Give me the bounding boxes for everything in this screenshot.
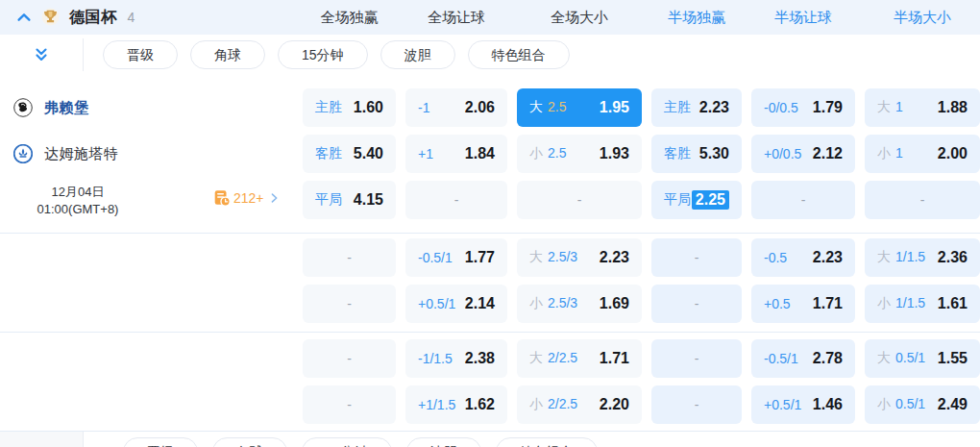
odds-cell[interactable]: 大11.88 xyxy=(865,88,980,127)
odds-value: 1.93 xyxy=(600,145,629,162)
odds-cell[interactable]: -12.06 xyxy=(405,88,507,127)
odds-value: 1.62 xyxy=(465,396,495,413)
odds-cell[interactable]: 大0.5/11.55 xyxy=(865,339,980,378)
odds-value: 5.40 xyxy=(354,145,383,162)
odds-value: 2.20 xyxy=(600,396,629,413)
odds-cell[interactable]: +0.51.71 xyxy=(751,285,855,323)
left-panel-spacer xyxy=(0,339,293,378)
odds-cell[interactable]: +0.5/12.14 xyxy=(405,285,507,323)
odds-cell[interactable]: 大2.5/32.23 xyxy=(517,238,642,277)
bet-label: +0.5 xyxy=(764,296,791,311)
left-panel-spacer xyxy=(0,135,293,173)
market-tab-2[interactable]: 全场让球 xyxy=(405,9,507,27)
odds-cell-empty: - xyxy=(865,181,980,219)
odds-cell[interactable]: +1/1.51.62 xyxy=(405,385,507,424)
odds-row: 主胜1.60-12.06大2.51.95主胜2.23-0/0.51.79大11.… xyxy=(0,88,980,127)
market-pill-5[interactable]: 特色组合 xyxy=(468,40,570,69)
odds-cell[interactable]: 小0.5/12.49 xyxy=(865,385,980,424)
market-pill-3[interactable]: 15分钟 xyxy=(302,437,392,447)
odds-value: 4.15 xyxy=(354,191,383,209)
odds-cell[interactable]: +0.5/11.46 xyxy=(751,385,855,424)
left-panel-spacer xyxy=(0,181,293,219)
market-tab-5[interactable]: 半场让球 xyxy=(751,9,855,27)
odds-value: 2.38 xyxy=(465,350,495,367)
odds-cell[interactable]: +11.84 xyxy=(405,135,507,173)
bet-label: 小2.5 xyxy=(529,145,566,162)
market-pill-4[interactable]: 波胆 xyxy=(406,437,481,447)
odds-cell[interactable]: 客胜5.30 xyxy=(651,135,742,173)
bet-label: 小1 xyxy=(877,145,903,162)
odds-cell[interactable]: 小12.00 xyxy=(865,135,980,173)
odds-value: 1.60 xyxy=(354,99,383,116)
odds-row: --1/1.52.38大2/2.51.71--0.5/12.78大0.5/11.… xyxy=(0,339,980,378)
odds-value: 2.06 xyxy=(465,99,495,116)
bet-label: 小2.5/3 xyxy=(529,295,577,312)
odds-cell[interactable]: 大2/2.51.71 xyxy=(517,339,642,378)
bet-label: 平局 xyxy=(664,191,691,209)
bet-label: 大1/1.5 xyxy=(877,249,925,266)
odds-row: --0.5/11.77大2.5/32.23--0.52.23大1/1.52.36 xyxy=(0,238,980,277)
odds-cell[interactable]: 大2.51.95 xyxy=(517,88,642,127)
odds-cell[interactable]: -0.52.23 xyxy=(751,238,855,277)
bet-label: +1/1.5 xyxy=(418,397,455,412)
odds-cell-empty: - xyxy=(651,339,742,378)
odds-value: 1.61 xyxy=(938,295,968,312)
odds-cell[interactable]: 小1/1.51.61 xyxy=(865,285,980,323)
bet-label: +0/0.5 xyxy=(764,146,801,161)
market-pill-1[interactable]: 晋级 xyxy=(103,40,178,69)
odds-cell[interactable]: 小2.51.93 xyxy=(517,135,642,173)
bet-label: -1/1.5 xyxy=(418,351,453,366)
bet-label: -0/0.5 xyxy=(764,100,798,115)
odds-value: 2.14 xyxy=(465,295,495,312)
bet-label: -0.5/1 xyxy=(764,351,798,366)
odds-value: 1.71 xyxy=(600,350,629,367)
odds-value: 2.23 xyxy=(699,99,729,116)
odds-value: 2.00 xyxy=(938,145,968,162)
market-pill-5[interactable]: 特色组合 xyxy=(496,437,598,447)
odds-cell[interactable]: -1/1.52.38 xyxy=(405,339,507,378)
odds-cell[interactable]: +0/0.52.12 xyxy=(751,135,855,173)
odds-cell[interactable]: 小2/2.52.20 xyxy=(517,385,642,424)
odds-cell-empty: - xyxy=(651,385,742,424)
left-panel-spacer xyxy=(0,385,293,424)
left-panel-spacer xyxy=(0,285,293,323)
odds-cell[interactable]: 客胜5.40 xyxy=(303,135,396,173)
market-pill-2[interactable]: 角球 xyxy=(212,437,287,447)
bet-label: -1 xyxy=(418,100,429,115)
collapse-chevron-icon[interactable] xyxy=(15,10,33,25)
odds-value: 1.77 xyxy=(465,249,495,266)
odds-cell[interactable]: 平局2.25 xyxy=(651,181,742,219)
odds-cell[interactable]: 主胜2.23 xyxy=(651,88,742,127)
market-pill-4[interactable]: 波胆 xyxy=(380,40,455,69)
odds-value: 1.71 xyxy=(813,295,843,312)
next-row-market-pills: 晋级角球15分钟波胆特色组合 xyxy=(104,437,598,447)
market-pill-2[interactable]: 角球 xyxy=(190,40,265,69)
expand-all-markets-icon[interactable] xyxy=(0,46,83,63)
odds-value: 1.79 xyxy=(813,99,843,116)
bet-label: -0.5 xyxy=(764,250,787,265)
odds-cell[interactable]: 平局4.15 xyxy=(303,181,396,219)
odds-cell[interactable]: -0/0.51.79 xyxy=(751,88,855,127)
odds-value: 1.69 xyxy=(600,295,629,312)
market-tab-3[interactable]: 全场大小 xyxy=(517,9,642,27)
odds-cell[interactable]: 主胜1.60 xyxy=(303,88,396,127)
bet-label: 小0.5/1 xyxy=(877,396,925,413)
market-pill-3[interactable]: 15分钟 xyxy=(278,40,368,69)
trophy-icon xyxy=(41,8,61,27)
market-tab-6[interactable]: 半场大小 xyxy=(865,9,980,27)
odds-cell[interactable]: -0.5/11.77 xyxy=(405,238,507,277)
market-pill-1[interactable]: 晋级 xyxy=(123,437,198,447)
odds-cell[interactable]: 小2.5/31.69 xyxy=(517,285,642,323)
odds-value: 2.12 xyxy=(813,145,843,162)
bet-label: +0.5/1 xyxy=(764,397,801,412)
odds-cell[interactable]: -0.5/12.78 xyxy=(751,339,855,378)
row-group-divider xyxy=(0,431,980,432)
market-tab-4[interactable]: 半场独赢 xyxy=(651,9,742,27)
odds-cell[interactable]: 大1/1.52.36 xyxy=(865,238,980,277)
odds-row: 客胜5.40+11.84小2.51.93客胜5.30+0/0.52.12小12.… xyxy=(0,135,980,173)
market-tab-1[interactable]: 全场独赢 xyxy=(303,9,396,27)
odds-value: 5.30 xyxy=(699,145,729,162)
odds-value: 2.49 xyxy=(938,396,968,413)
bet-label: +0.5/1 xyxy=(418,296,455,311)
left-panel-spacer xyxy=(0,238,293,277)
